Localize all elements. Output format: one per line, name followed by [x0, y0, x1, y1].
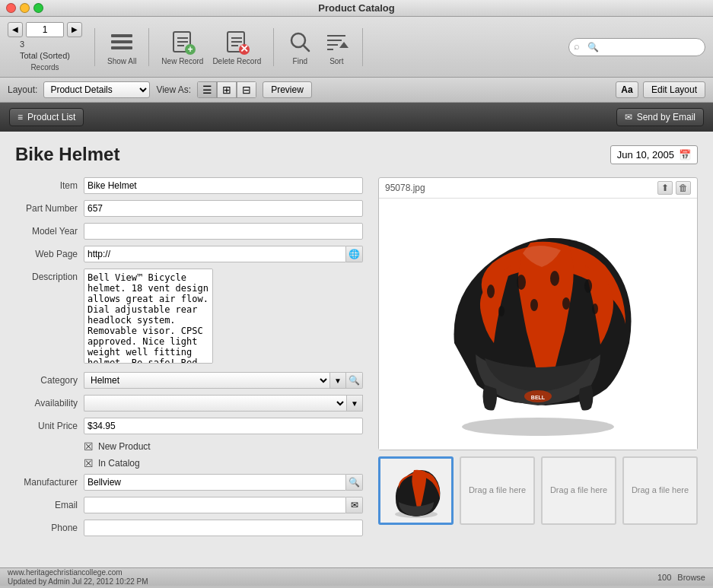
view-table-button[interactable]: ⊞: [217, 81, 237, 98]
delete-record-group[interactable]: ✕ Delete Record: [212, 28, 261, 65]
main-content: Bike Helmet Jun 10, 2005 📅 Item Part Num…: [0, 132, 713, 567]
find-group[interactable]: Find: [286, 28, 314, 65]
form-layout: Item Part Number Model Year Web Page 🌐: [15, 177, 698, 542]
form-right: 95078.jpg ⬆ 🗑: [378, 177, 698, 542]
thumbnail-2[interactable]: Drag a file here: [460, 456, 535, 525]
svg-point-22: [462, 418, 614, 436]
prev-record-button[interactable]: ◀: [8, 22, 23, 37]
availability-select-wrapper: ▼: [84, 395, 363, 412]
email-input[interactable]: [84, 497, 346, 513]
preview-button[interactable]: Preview: [263, 81, 312, 98]
calendar-icon[interactable]: 📅: [679, 149, 691, 161]
description-textarea[interactable]: Bell View™ Bicycle helmet. 18 vent desig…: [84, 269, 213, 364]
phone-input[interactable]: [84, 520, 363, 536]
web-page-input[interactable]: [84, 246, 346, 262]
in-catalog-checkbox[interactable]: ☒: [84, 457, 94, 469]
category-label: Category: [15, 372, 84, 386]
nav-controls: ◀ ▶: [8, 22, 82, 37]
part-number-input[interactable]: [84, 200, 363, 217]
record-number-input[interactable]: [26, 22, 64, 37]
item-label: Item: [15, 177, 84, 191]
svg-marker-21: [339, 42, 349, 48]
svg-point-26: [487, 284, 495, 298]
edit-layout-button[interactable]: Edit Layout: [643, 81, 705, 98]
description-row: Description Bell View™ Bicycle helmet. 1…: [15, 269, 363, 366]
zoom-level: 100: [657, 573, 671, 582]
records-group: ◀ ▶ 3 Total (Sorted) Records: [8, 22, 82, 72]
new-product-label: New Product: [98, 441, 151, 452]
delete-record-icon[interactable]: ✕: [223, 28, 250, 56]
manufacturer-wrapper: 🔍: [84, 474, 363, 491]
show-all-label: Show All: [107, 57, 136, 65]
show-all-icon[interactable]: [108, 28, 135, 56]
product-list-button[interactable]: ≡ Product List: [9, 108, 84, 126]
status-info: www.heritagechristiancollege.com Updated…: [8, 568, 148, 586]
availability-label: Availability: [15, 395, 84, 408]
svg-point-27: [530, 299, 538, 311]
sort-icon[interactable]: [323, 28, 350, 56]
image-delete-button[interactable]: 🗑: [676, 181, 691, 195]
svg-text:BELL: BELL: [531, 395, 546, 400]
svg-text:✕: ✕: [240, 43, 249, 55]
view-list-button[interactable]: ☰: [197, 81, 217, 98]
website-label: www.heritagechristiancollege.com: [8, 568, 148, 577]
web-page-label: Web Page: [15, 246, 84, 259]
aa-button[interactable]: Aa: [616, 81, 638, 98]
find-icon[interactable]: [286, 28, 314, 56]
svg-rect-0: [111, 34, 132, 37]
sort-group[interactable]: Sort: [323, 28, 350, 65]
model-year-input[interactable]: [84, 223, 363, 240]
model-year-row: Model Year: [15, 223, 363, 240]
view-grid-button[interactable]: ⊟: [237, 81, 256, 98]
in-catalog-label: In Catalog: [98, 458, 140, 469]
new-record-label: New Record: [161, 57, 203, 65]
unit-price-input[interactable]: [84, 418, 363, 434]
thumbnail-3[interactable]: Drag a file here: [541, 456, 616, 525]
category-search-button[interactable]: 🔍: [346, 372, 363, 389]
delete-record-label: Delete Record: [212, 57, 261, 65]
availability-select[interactable]: [84, 395, 346, 412]
date-field[interactable]: Jun 10, 2005 📅: [610, 145, 698, 164]
view-as-label: View As:: [156, 84, 191, 95]
phone-label: Phone: [15, 520, 84, 533]
search-input[interactable]: [568, 38, 705, 56]
email-action-button[interactable]: ✉: [346, 497, 363, 513]
part-number-row: Part Number: [15, 200, 363, 217]
new-record-icon[interactable]: +: [169, 28, 196, 56]
record-header: Bike Helmet Jun 10, 2005 📅: [15, 144, 698, 165]
category-dropdown-button[interactable]: ▼: [329, 372, 346, 389]
new-record-group[interactable]: + New Record: [161, 28, 203, 65]
manufacturer-search-button[interactable]: 🔍: [346, 474, 363, 491]
next-record-button[interactable]: ▶: [67, 22, 82, 37]
total-label: Total (Sorted): [20, 50, 70, 62]
new-product-checkbox[interactable]: ☒: [84, 440, 94, 453]
layout-select[interactable]: Product Details: [43, 81, 150, 98]
category-select[interactable]: Helmet: [84, 372, 329, 389]
send-email-button[interactable]: ✉ Send by Email: [616, 108, 704, 126]
image-export-button[interactable]: ⬆: [657, 181, 673, 195]
manufacturer-input[interactable]: [84, 474, 346, 491]
image-header: 95078.jpg ⬆ 🗑: [379, 178, 697, 199]
maximize-button[interactable]: [33, 3, 43, 13]
category-select-wrapper: Helmet ▼ 🔍: [84, 372, 363, 389]
form-fields: Item Part Number Model Year Web Page 🌐: [15, 177, 363, 542]
close-button[interactable]: [6, 3, 16, 13]
email-wrapper: ✉: [84, 497, 363, 513]
url-go-button[interactable]: 🌐: [346, 246, 363, 262]
svg-line-16: [304, 46, 309, 51]
find-label: Find: [293, 57, 307, 65]
availability-dropdown-button[interactable]: ▼: [346, 395, 363, 412]
thumbnail-1[interactable]: [378, 456, 454, 525]
status-right: 100 Browse: [657, 573, 705, 582]
format-bar: Layout: Product Details View As: ☰ ⊞ ⊟ P…: [0, 78, 713, 103]
unit-price-label: Unit Price: [15, 418, 84, 431]
minimize-button[interactable]: [20, 3, 30, 13]
thumbnail-4[interactable]: Drag a file here: [622, 456, 698, 525]
part-number-label: Part Number: [15, 200, 84, 214]
item-input[interactable]: [84, 177, 363, 194]
product-list-bar: ≡ Product List ✉ Send by Email: [0, 103, 713, 132]
new-product-row: ☒ New Product: [84, 440, 363, 453]
window-title: Product Catalog: [318, 2, 394, 14]
svg-point-24: [550, 271, 559, 286]
show-all-group[interactable]: Show All: [107, 28, 136, 65]
